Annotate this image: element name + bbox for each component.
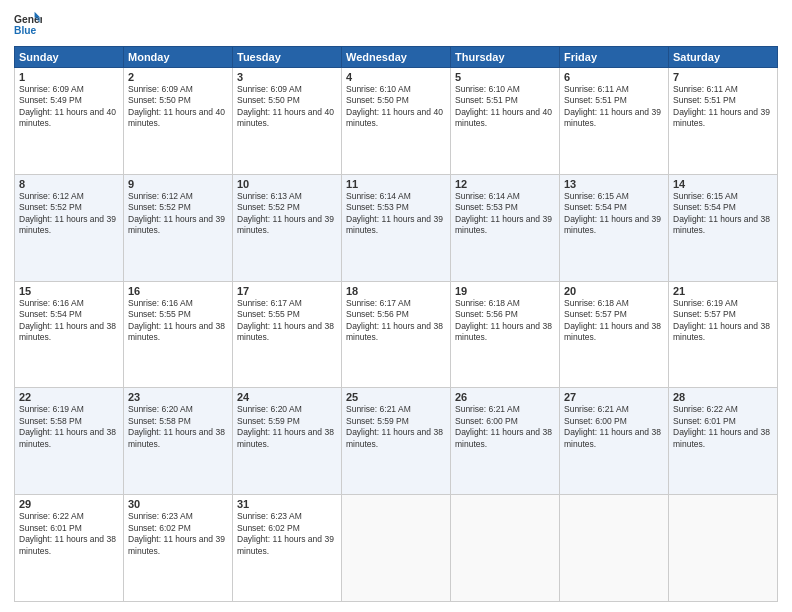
table-row: 18 Sunrise: 6:17 AM Sunset: 5:56 PM Dayl…	[342, 281, 451, 388]
calendar-week-row: 29 Sunrise: 6:22 AM Sunset: 6:01 PM Dayl…	[15, 495, 778, 602]
day-number: 11	[346, 178, 446, 190]
day-info: Sunrise: 6:13 AM Sunset: 5:52 PM Dayligh…	[237, 191, 337, 237]
day-info: Sunrise: 6:12 AM Sunset: 5:52 PM Dayligh…	[19, 191, 119, 237]
day-number: 5	[455, 71, 555, 83]
col-tuesday: Tuesday	[233, 47, 342, 68]
calendar-week-row: 22 Sunrise: 6:19 AM Sunset: 5:58 PM Dayl…	[15, 388, 778, 495]
table-row	[342, 495, 451, 602]
table-row: 2 Sunrise: 6:09 AM Sunset: 5:50 PM Dayli…	[124, 68, 233, 175]
table-row: 14 Sunrise: 6:15 AM Sunset: 5:54 PM Dayl…	[669, 174, 778, 281]
day-number: 28	[673, 391, 773, 403]
table-row: 17 Sunrise: 6:17 AM Sunset: 5:55 PM Dayl…	[233, 281, 342, 388]
day-info: Sunrise: 6:20 AM Sunset: 5:58 PM Dayligh…	[128, 404, 228, 450]
day-info: Sunrise: 6:23 AM Sunset: 6:02 PM Dayligh…	[128, 511, 228, 557]
day-info: Sunrise: 6:20 AM Sunset: 5:59 PM Dayligh…	[237, 404, 337, 450]
day-number: 14	[673, 178, 773, 190]
day-info: Sunrise: 6:16 AM Sunset: 5:55 PM Dayligh…	[128, 298, 228, 344]
table-row: 21 Sunrise: 6:19 AM Sunset: 5:57 PM Dayl…	[669, 281, 778, 388]
day-info: Sunrise: 6:09 AM Sunset: 5:49 PM Dayligh…	[19, 84, 119, 130]
table-row: 1 Sunrise: 6:09 AM Sunset: 5:49 PM Dayli…	[15, 68, 124, 175]
col-thursday: Thursday	[451, 47, 560, 68]
day-number: 4	[346, 71, 446, 83]
day-number: 15	[19, 285, 119, 297]
logo-icon: General Blue	[14, 10, 42, 38]
day-info: Sunrise: 6:23 AM Sunset: 6:02 PM Dayligh…	[237, 511, 337, 557]
table-row: 24 Sunrise: 6:20 AM Sunset: 5:59 PM Dayl…	[233, 388, 342, 495]
day-info: Sunrise: 6:11 AM Sunset: 5:51 PM Dayligh…	[673, 84, 773, 130]
col-saturday: Saturday	[669, 47, 778, 68]
day-number: 31	[237, 498, 337, 510]
day-info: Sunrise: 6:21 AM Sunset: 5:59 PM Dayligh…	[346, 404, 446, 450]
table-row	[560, 495, 669, 602]
table-row: 29 Sunrise: 6:22 AM Sunset: 6:01 PM Dayl…	[15, 495, 124, 602]
table-row: 10 Sunrise: 6:13 AM Sunset: 5:52 PM Dayl…	[233, 174, 342, 281]
day-number: 23	[128, 391, 228, 403]
day-info: Sunrise: 6:19 AM Sunset: 5:57 PM Dayligh…	[673, 298, 773, 344]
day-number: 1	[19, 71, 119, 83]
day-number: 10	[237, 178, 337, 190]
day-number: 26	[455, 391, 555, 403]
day-number: 25	[346, 391, 446, 403]
day-number: 18	[346, 285, 446, 297]
table-row: 4 Sunrise: 6:10 AM Sunset: 5:50 PM Dayli…	[342, 68, 451, 175]
day-number: 30	[128, 498, 228, 510]
table-row: 3 Sunrise: 6:09 AM Sunset: 5:50 PM Dayli…	[233, 68, 342, 175]
day-info: Sunrise: 6:10 AM Sunset: 5:50 PM Dayligh…	[346, 84, 446, 130]
day-number: 2	[128, 71, 228, 83]
table-row: 8 Sunrise: 6:12 AM Sunset: 5:52 PM Dayli…	[15, 174, 124, 281]
day-info: Sunrise: 6:17 AM Sunset: 5:55 PM Dayligh…	[237, 298, 337, 344]
day-number: 29	[19, 498, 119, 510]
day-number: 21	[673, 285, 773, 297]
logo: General Blue	[14, 10, 42, 38]
col-monday: Monday	[124, 47, 233, 68]
table-row: 7 Sunrise: 6:11 AM Sunset: 5:51 PM Dayli…	[669, 68, 778, 175]
table-row: 5 Sunrise: 6:10 AM Sunset: 5:51 PM Dayli…	[451, 68, 560, 175]
day-info: Sunrise: 6:18 AM Sunset: 5:56 PM Dayligh…	[455, 298, 555, 344]
day-info: Sunrise: 6:16 AM Sunset: 5:54 PM Dayligh…	[19, 298, 119, 344]
day-info: Sunrise: 6:18 AM Sunset: 5:57 PM Dayligh…	[564, 298, 664, 344]
col-wednesday: Wednesday	[342, 47, 451, 68]
table-row: 25 Sunrise: 6:21 AM Sunset: 5:59 PM Dayl…	[342, 388, 451, 495]
day-info: Sunrise: 6:15 AM Sunset: 5:54 PM Dayligh…	[673, 191, 773, 237]
day-info: Sunrise: 6:09 AM Sunset: 5:50 PM Dayligh…	[128, 84, 228, 130]
day-info: Sunrise: 6:17 AM Sunset: 5:56 PM Dayligh…	[346, 298, 446, 344]
col-friday: Friday	[560, 47, 669, 68]
table-row: 16 Sunrise: 6:16 AM Sunset: 5:55 PM Dayl…	[124, 281, 233, 388]
svg-text:Blue: Blue	[14, 25, 37, 36]
day-info: Sunrise: 6:14 AM Sunset: 5:53 PM Dayligh…	[455, 191, 555, 237]
day-number: 6	[564, 71, 664, 83]
col-sunday: Sunday	[15, 47, 124, 68]
table-row	[669, 495, 778, 602]
page: General Blue Sunday Monday Tuesday Wedne…	[0, 0, 792, 612]
day-info: Sunrise: 6:14 AM Sunset: 5:53 PM Dayligh…	[346, 191, 446, 237]
table-row: 23 Sunrise: 6:20 AM Sunset: 5:58 PM Dayl…	[124, 388, 233, 495]
table-row: 6 Sunrise: 6:11 AM Sunset: 5:51 PM Dayli…	[560, 68, 669, 175]
calendar: Sunday Monday Tuesday Wednesday Thursday…	[14, 46, 778, 602]
day-number: 24	[237, 391, 337, 403]
day-info: Sunrise: 6:15 AM Sunset: 5:54 PM Dayligh…	[564, 191, 664, 237]
day-number: 12	[455, 178, 555, 190]
table-row: 28 Sunrise: 6:22 AM Sunset: 6:01 PM Dayl…	[669, 388, 778, 495]
day-number: 17	[237, 285, 337, 297]
day-number: 22	[19, 391, 119, 403]
day-number: 7	[673, 71, 773, 83]
calendar-header-row: Sunday Monday Tuesday Wednesday Thursday…	[15, 47, 778, 68]
day-number: 3	[237, 71, 337, 83]
day-number: 16	[128, 285, 228, 297]
calendar-week-row: 15 Sunrise: 6:16 AM Sunset: 5:54 PM Dayl…	[15, 281, 778, 388]
table-row: 13 Sunrise: 6:15 AM Sunset: 5:54 PM Dayl…	[560, 174, 669, 281]
table-row	[451, 495, 560, 602]
day-info: Sunrise: 6:21 AM Sunset: 6:00 PM Dayligh…	[564, 404, 664, 450]
day-info: Sunrise: 6:10 AM Sunset: 5:51 PM Dayligh…	[455, 84, 555, 130]
calendar-week-row: 8 Sunrise: 6:12 AM Sunset: 5:52 PM Dayli…	[15, 174, 778, 281]
day-number: 27	[564, 391, 664, 403]
day-number: 8	[19, 178, 119, 190]
day-info: Sunrise: 6:11 AM Sunset: 5:51 PM Dayligh…	[564, 84, 664, 130]
table-row: 30 Sunrise: 6:23 AM Sunset: 6:02 PM Dayl…	[124, 495, 233, 602]
day-info: Sunrise: 6:19 AM Sunset: 5:58 PM Dayligh…	[19, 404, 119, 450]
table-row: 12 Sunrise: 6:14 AM Sunset: 5:53 PM Dayl…	[451, 174, 560, 281]
table-row: 20 Sunrise: 6:18 AM Sunset: 5:57 PM Dayl…	[560, 281, 669, 388]
header: General Blue	[14, 10, 778, 38]
day-info: Sunrise: 6:12 AM Sunset: 5:52 PM Dayligh…	[128, 191, 228, 237]
table-row: 11 Sunrise: 6:14 AM Sunset: 5:53 PM Dayl…	[342, 174, 451, 281]
